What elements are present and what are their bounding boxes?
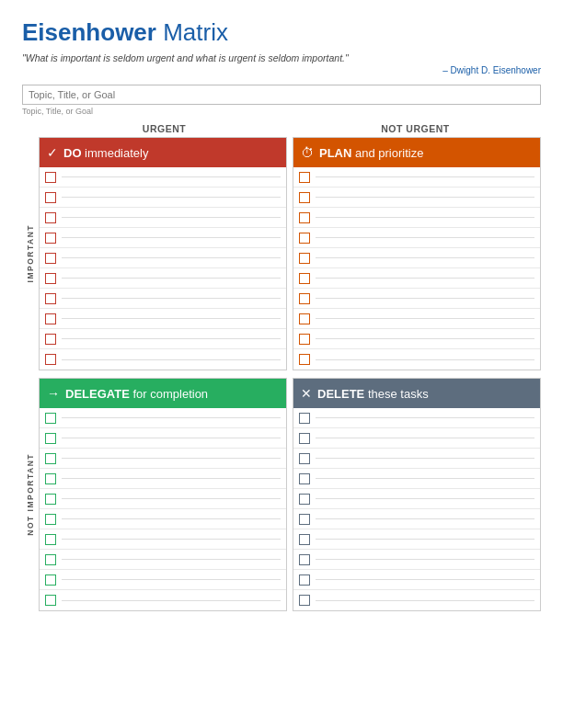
check-line (62, 478, 281, 479)
checkbox[interactable] (45, 212, 56, 223)
quote-author: – Dwight D. Eisenhower (22, 65, 541, 75)
check-line (62, 318, 281, 319)
checkbox[interactable] (45, 595, 56, 606)
checkbox[interactable] (45, 172, 56, 183)
delete-header: ✕ DELETE these tasks (293, 379, 540, 408)
checkbox[interactable] (299, 473, 310, 484)
checkbox[interactable] (299, 313, 310, 324)
checkbox[interactable] (299, 212, 310, 223)
matrix-container: IMPORTANT ✓ DO immediately (22, 137, 541, 611)
checkbox[interactable] (299, 453, 310, 464)
not-important-row: NOT IMPORTANT → DELEGATE for completion (22, 378, 541, 611)
check-line (316, 518, 534, 519)
checkbox[interactable] (45, 534, 56, 545)
check-line (316, 176, 534, 177)
checkbox[interactable] (45, 233, 56, 244)
important-row: IMPORTANT ✓ DO immediately (22, 137, 541, 370)
table-row (40, 268, 286, 289)
check-line (62, 338, 281, 339)
checkbox[interactable] (45, 494, 56, 505)
do-icon: ✓ (47, 145, 58, 160)
table-row (293, 489, 540, 509)
page-title: Eisenhower Matrix (22, 18, 541, 47)
check-line (316, 498, 534, 499)
table-row (293, 248, 540, 268)
topic-input-wrap (22, 85, 541, 105)
table-row (40, 550, 286, 570)
check-line (316, 359, 534, 360)
table-row (293, 428, 540, 449)
check-line (62, 278, 281, 279)
table-row (293, 167, 540, 188)
table-row (40, 449, 286, 469)
checkbox[interactable] (45, 473, 56, 484)
table-row (40, 248, 286, 268)
checkbox[interactable] (45, 334, 56, 345)
table-row (40, 167, 286, 188)
table-row (293, 208, 540, 228)
checkbox[interactable] (45, 253, 56, 264)
checkbox[interactable] (45, 433, 56, 444)
check-line (62, 417, 281, 418)
topic-input[interactable] (22, 85, 541, 105)
check-line (316, 298, 534, 299)
checkbox[interactable] (299, 494, 310, 505)
check-line (316, 278, 534, 279)
important-label-wrap: IMPORTANT (22, 137, 39, 370)
table-row (40, 509, 286, 529)
quadrant-delegate: → DELEGATE for completion (39, 378, 287, 611)
plan-header: ⏱ PLAN and prioritize (293, 138, 540, 167)
delegate-header: → DELEGATE for completion (40, 379, 286, 408)
checkbox[interactable] (299, 233, 310, 244)
checkbox[interactable] (299, 354, 310, 365)
table-row (293, 509, 540, 529)
table-row (40, 349, 286, 370)
checkbox[interactable] (299, 172, 310, 183)
checkbox[interactable] (299, 433, 310, 444)
not-important-label: NOT IMPORTANT (26, 453, 35, 536)
checkbox[interactable] (299, 595, 310, 606)
not-important-label-wrap: NOT IMPORTANT (22, 378, 39, 611)
checkbox[interactable] (45, 354, 56, 365)
quadrant-plan: ⏱ PLAN and prioritize (293, 137, 541, 370)
checkbox[interactable] (299, 273, 310, 284)
checkbox[interactable] (299, 192, 310, 203)
title-bold: Eisenhower (22, 18, 156, 46)
checkbox[interactable] (299, 534, 310, 545)
important-quadrants: ✓ DO immediately (39, 137, 541, 370)
checkbox[interactable] (299, 253, 310, 264)
checkbox[interactable] (45, 273, 56, 284)
table-row (293, 570, 540, 590)
checkbox[interactable] (45, 313, 56, 324)
check-line (316, 600, 534, 601)
table-row (293, 469, 540, 489)
checkbox[interactable] (299, 334, 310, 345)
check-line (62, 298, 281, 299)
checkbox[interactable] (299, 293, 310, 304)
table-row (293, 188, 540, 208)
delegate-label: DELEGATE for completion (65, 387, 208, 401)
topic-label: Topic, Title, or Goal (22, 107, 541, 116)
checkbox[interactable] (45, 554, 56, 565)
checkbox[interactable] (299, 554, 310, 565)
checkbox[interactable] (45, 514, 56, 525)
table-row (293, 529, 540, 550)
check-line (316, 417, 534, 418)
table-row (40, 309, 286, 329)
quadrant-do: ✓ DO immediately (39, 137, 287, 370)
checkbox[interactable] (45, 574, 56, 586)
checkbox[interactable] (45, 192, 56, 203)
check-line (62, 458, 281, 459)
checkbox[interactable] (299, 514, 310, 525)
check-line (62, 600, 281, 601)
checkbox[interactable] (45, 413, 56, 424)
check-line (62, 438, 281, 438)
checkbox[interactable] (45, 293, 56, 304)
check-line (316, 197, 534, 198)
column-headers: URGENT NOT URGENT (39, 123, 541, 134)
check-line (316, 438, 534, 438)
checkbox[interactable] (45, 453, 56, 464)
checkbox[interactable] (299, 413, 310, 424)
checkbox[interactable] (299, 574, 310, 586)
check-line (62, 498, 281, 499)
